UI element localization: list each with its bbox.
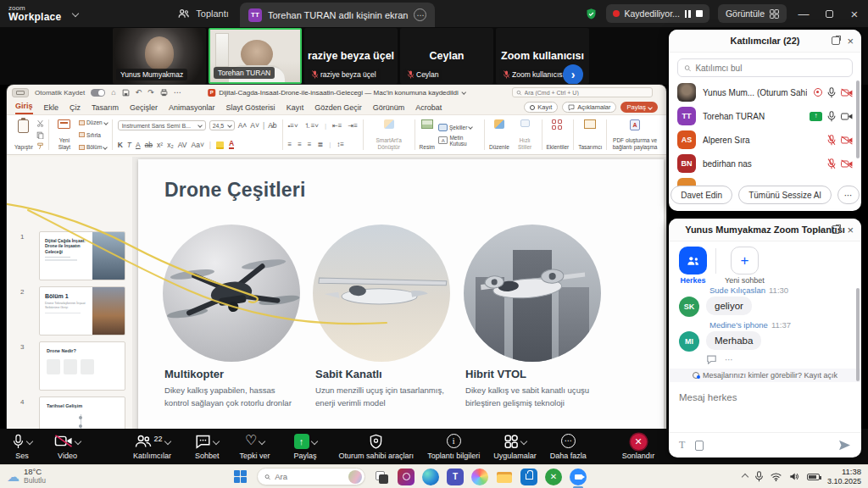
- current-slide[interactable]: Drone Çeşitleri: [138, 159, 664, 432]
- microsoft-store-icon[interactable]: [520, 469, 537, 485]
- participant-search-input[interactable]: [695, 64, 846, 73]
- chevron-up-icon[interactable]: [520, 437, 527, 444]
- pdf-share-button[interactable]: A PDF oluşturma ve bağlantı paylaşma: [611, 118, 659, 152]
- print-icon[interactable]: [160, 89, 168, 97]
- chevron-up-icon[interactable]: [164, 437, 170, 444]
- grow-font-button[interactable]: A˄: [238, 121, 248, 130]
- clear-formatting-button[interactable]: A̷b: [268, 121, 276, 130]
- participant-row[interactable]: Yunus Mum... (Oturum Sahibi, ben): [669, 80, 861, 104]
- align-left-button[interactable]: ≡: [287, 141, 292, 148]
- chat-tab-new[interactable]: + Yeni sohbet: [725, 247, 765, 285]
- text-format-icon[interactable]: T: [679, 439, 685, 452]
- textbox-button[interactable]: AMetin Kutusu: [438, 135, 480, 147]
- start-button[interactable]: [234, 470, 247, 483]
- quick-styles-button[interactable]: Hızlı Stiller: [513, 118, 537, 152]
- addins-button[interactable]: Eklentiler: [546, 118, 569, 152]
- weather-widget[interactable]: ☁ 18°C Bulutlu: [7, 468, 46, 485]
- volume-icon[interactable]: [789, 472, 799, 481]
- video-tile-raziye[interactable]: raziye beyza üçel raziye beyza üçel: [304, 28, 398, 84]
- tab-kayit[interactable]: Kayıt: [287, 103, 304, 114]
- shrink-font-button[interactable]: A˅: [250, 121, 259, 130]
- task-view-button[interactable]: [373, 469, 390, 485]
- tab-ekle[interactable]: Ekle: [44, 103, 59, 114]
- chevron-down-icon[interactable]: [72, 10, 79, 17]
- numbered-list-button[interactable]: ⒈≡˅: [304, 121, 319, 130]
- font-color-button[interactable]: A: [229, 141, 234, 149]
- attach-file-icon[interactable]: [695, 441, 704, 451]
- slide-thumbnail-2[interactable]: Bölüm 1Drone Teknolojilerinin İnşaat Sek…: [39, 286, 125, 336]
- italic-button[interactable]: T: [127, 141, 131, 149]
- participant-search[interactable]: [677, 58, 853, 77]
- battery-icon[interactable]: [807, 474, 820, 480]
- chevron-up-icon[interactable]: [213, 437, 220, 444]
- mic-icon[interactable]: [827, 87, 836, 98]
- more-icon[interactable]: ⋯: [174, 89, 181, 97]
- bold-button[interactable]: K: [118, 141, 123, 149]
- new-slide-button[interactable]: Yeni Slayt: [53, 118, 75, 152]
- end-meeting-button[interactable]: ✕ Sonlandır: [622, 434, 655, 460]
- record-button[interactable]: Kayıt: [524, 102, 558, 113]
- host-tools-button[interactable]: Oturum sahibi araçları: [339, 434, 415, 460]
- tab-gorunum[interactable]: Görünüm: [373, 103, 405, 114]
- camera-off-icon[interactable]: [841, 88, 853, 97]
- align-center-button[interactable]: ≡: [298, 141, 302, 148]
- slide-thumbnail-3[interactable]: Drone Nedir?: [39, 341, 125, 391]
- picture-button[interactable]: Resim: [420, 118, 435, 152]
- recording-indicator[interactable]: Kaydediliyor...: [606, 4, 709, 23]
- scrollbar[interactable]: [856, 288, 860, 381]
- format-painter-icon[interactable]: [36, 142, 44, 150]
- participant-row[interactable]: TT Torehan TURAN ↑: [669, 104, 861, 128]
- more-button[interactable]: ⋯ Daha fazla: [550, 434, 587, 460]
- meeting-info-button[interactable]: i Toplantı bilgileri: [427, 434, 480, 460]
- designer-button[interactable]: Tasarımcı: [578, 118, 602, 152]
- meeting-home-tab[interactable]: Toplantı: [178, 8, 229, 19]
- font-size-select[interactable]: 24,5: [209, 120, 235, 130]
- superscript-button[interactable]: x²: [157, 141, 163, 149]
- file-explorer-icon[interactable]: [496, 469, 513, 485]
- chevron-down-icon[interactable]: [461, 90, 466, 95]
- chat-tab-everyone[interactable]: Herkes: [679, 247, 707, 285]
- zoom-workplace-logo[interactable]: zoom Workplace: [8, 5, 61, 22]
- share-button[interactable]: Paylaş: [620, 102, 658, 113]
- bullet-list-button[interactable]: •≡˅: [287, 122, 298, 130]
- shapes-button[interactable]: Şekiller: [438, 124, 480, 131]
- next-participants-button[interactable]: ›: [563, 64, 583, 85]
- strikethrough-button[interactable]: ab: [145, 141, 153, 149]
- video-button[interactable]: Video: [54, 434, 81, 460]
- view-button[interactable]: Görüntüle: [718, 4, 787, 23]
- change-case-button[interactable]: Aa˅: [191, 141, 203, 149]
- taskbar-search[interactable]: [257, 468, 365, 485]
- home-icon[interactable]: ⌂: [111, 89, 115, 97]
- increase-indent-button[interactable]: ⇥≡: [348, 122, 357, 130]
- presentation-view-icon[interactable]: [12, 88, 29, 97]
- character-spacing-button[interactable]: AV: [178, 141, 187, 149]
- wifi-icon[interactable]: [771, 473, 782, 481]
- taskbar-clock[interactable]: 11:38 3.10.2025: [827, 467, 861, 485]
- smartart-convert-button[interactable]: SmartArt'a Dönüştür: [368, 118, 410, 152]
- minimize-button[interactable]: —: [795, 8, 812, 20]
- close-icon[interactable]: ×: [847, 36, 854, 47]
- more-icon[interactable]: ⋯: [816, 225, 825, 235]
- font-name-select[interactable]: Instrument Sans Semi B...: [118, 120, 206, 130]
- save-icon[interactable]: [122, 89, 130, 97]
- arrange-button[interactable]: Düzenle: [489, 118, 509, 152]
- copy-icon[interactable]: [36, 131, 44, 139]
- tab-gecisler[interactable]: Geçişler: [130, 103, 158, 114]
- video-tile-torehan-active[interactable]: Torehan TURAN: [209, 28, 302, 84]
- more-options-button[interactable]: ⋯: [837, 186, 860, 204]
- ppt-search-box[interactable]: [512, 87, 653, 97]
- camera-off-icon[interactable]: [841, 136, 853, 145]
- paste-button[interactable]: Yapıştır: [14, 118, 33, 152]
- reset-button[interactable]: Sıfırla: [79, 132, 108, 138]
- autosave-toggle[interactable]: [91, 89, 105, 97]
- apps-button[interactable]: Uygulamalar: [493, 434, 537, 460]
- tab-options-icon[interactable]: ⋯: [414, 8, 426, 21]
- chat-input-area[interactable]: [669, 382, 861, 404]
- chevron-up-icon[interactable]: [26, 437, 33, 444]
- shared-screen-tab[interactable]: TT Torehan TURAN adlı kişinin ekran ⋯: [240, 3, 435, 27]
- highlight-color-button[interactable]: [216, 141, 224, 149]
- edge-icon[interactable]: [422, 469, 439, 485]
- slide-thumbnail-1[interactable]: Dijital Çağda İnşaat: Drone ile İnşaatın…: [39, 231, 125, 280]
- camera-icon[interactable]: [841, 112, 853, 121]
- chevron-up-icon[interactable]: [259, 437, 265, 444]
